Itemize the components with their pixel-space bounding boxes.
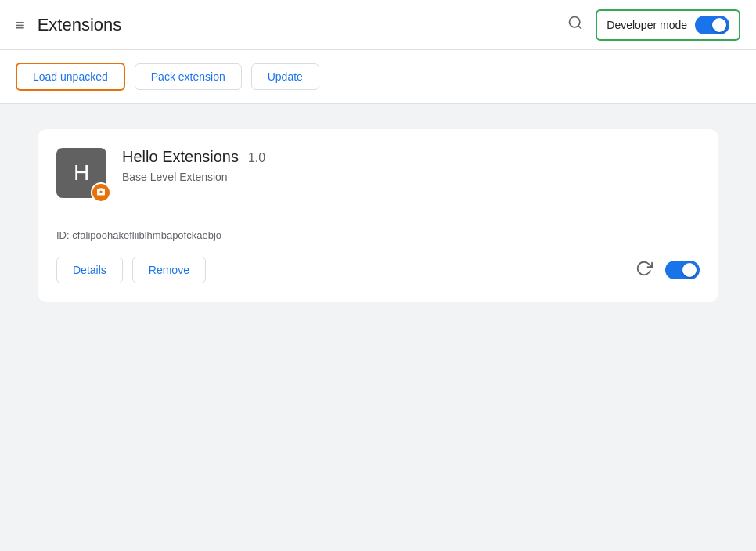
developer-mode-toggle-thumb bbox=[712, 18, 726, 32]
extension-version: 1.0 bbox=[248, 151, 265, 165]
svg-line-1 bbox=[578, 26, 581, 29]
extension-toggle[interactable] bbox=[665, 261, 700, 279]
update-button[interactable]: Update bbox=[251, 63, 319, 90]
remove-button[interactable]: Remove bbox=[132, 257, 206, 283]
pack-extension-button[interactable]: Pack extension bbox=[135, 63, 242, 90]
page-title: Extensions bbox=[38, 15, 122, 35]
card-footer-right bbox=[635, 260, 700, 281]
search-icon[interactable] bbox=[567, 15, 583, 34]
load-unpacked-button[interactable]: Load unpacked bbox=[16, 63, 125, 91]
extension-info: Hello Extensions 1.0 Base Level Extensio… bbox=[122, 148, 700, 183]
extension-name-row: Hello Extensions 1.0 bbox=[122, 148, 700, 166]
toolbar-divider bbox=[0, 103, 756, 104]
extension-toggle-thumb bbox=[682, 263, 697, 277]
menu-icon[interactable]: ≡ bbox=[16, 17, 25, 33]
camera-icon bbox=[96, 187, 106, 199]
extension-description: Base Level Extension bbox=[122, 171, 700, 183]
extension-badge bbox=[91, 182, 111, 203]
extension-id: ID: cfalipoohakefliiblhmbapofckaebjo bbox=[56, 229, 700, 241]
developer-mode-label: Developer mode bbox=[607, 19, 687, 31]
extension-card: H Hello Extensions 1.0 Base Level Extens… bbox=[38, 129, 718, 302]
header-right: Developer mode bbox=[567, 9, 740, 41]
extension-icon-wrapper: H bbox=[56, 148, 106, 198]
main-content: H Hello Extensions 1.0 Base Level Extens… bbox=[0, 123, 756, 318]
extension-name: Hello Extensions bbox=[122, 148, 239, 166]
developer-mode-toggle[interactable] bbox=[695, 16, 729, 34]
refresh-icon[interactable] bbox=[635, 260, 653, 281]
card-header: H Hello Extensions 1.0 Base Level Extens… bbox=[56, 148, 700, 198]
header: ≡ Extensions Developer mode bbox=[0, 0, 756, 50]
header-left: ≡ Extensions bbox=[16, 15, 567, 35]
details-button[interactable]: Details bbox=[56, 257, 123, 283]
developer-mode-container: Developer mode bbox=[596, 9, 740, 41]
toolbar: Load unpacked Pack extension Update bbox=[0, 50, 756, 103]
card-footer: Details Remove bbox=[56, 257, 700, 283]
